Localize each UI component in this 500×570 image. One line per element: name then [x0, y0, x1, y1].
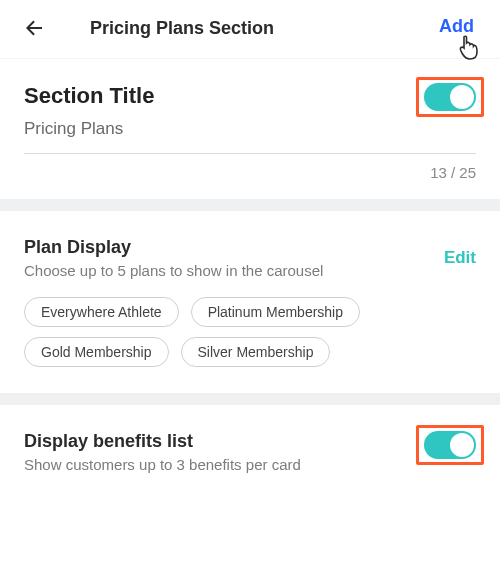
plan-chip[interactable]: Silver Membership: [181, 337, 331, 367]
plan-chip[interactable]: Everywhere Athlete: [24, 297, 179, 327]
plan-chip[interactable]: Platinum Membership: [191, 297, 360, 327]
input-underline: [24, 153, 476, 154]
panel-title: Pricing Plans Section: [90, 18, 274, 39]
arrow-left-icon: [22, 16, 46, 40]
back-button[interactable]: [22, 12, 54, 44]
benefits-title: Display benefits list: [24, 431, 301, 452]
benefits-desc: Show customers up to 3 benefits per card: [24, 456, 301, 473]
plan-display-desc: Choose up to 5 plans to show in the caro…: [24, 262, 323, 279]
benefits-block: Display benefits list Show customers up …: [0, 405, 500, 499]
panel-header: Pricing Plans Section Add: [0, 0, 500, 56]
section-divider: [0, 199, 500, 211]
settings-panel: Pricing Plans Section Add Section Title …: [0, 0, 500, 499]
char-counter: 13 / 25: [24, 164, 476, 181]
add-button[interactable]: Add: [439, 16, 474, 37]
section-divider: [0, 393, 500, 405]
plan-display-block: Plan Display Choose up to 5 plans to sho…: [0, 211, 500, 393]
toggle-knob: [450, 433, 474, 457]
plan-chips: Everywhere Athlete Platinum Membership G…: [24, 297, 476, 367]
benefits-toggle[interactable]: [424, 431, 476, 459]
section-title-label: Section Title: [24, 83, 154, 109]
edit-plans-button[interactable]: Edit: [444, 248, 476, 268]
plan-display-title: Plan Display: [24, 237, 323, 258]
section-title-block: Section Title Pricing Plans 13 / 25: [0, 59, 500, 199]
section-title-value[interactable]: Pricing Plans: [24, 119, 154, 139]
plan-chip[interactable]: Gold Membership: [24, 337, 169, 367]
section-title-toggle[interactable]: [424, 83, 476, 111]
toggle-knob: [450, 85, 474, 109]
